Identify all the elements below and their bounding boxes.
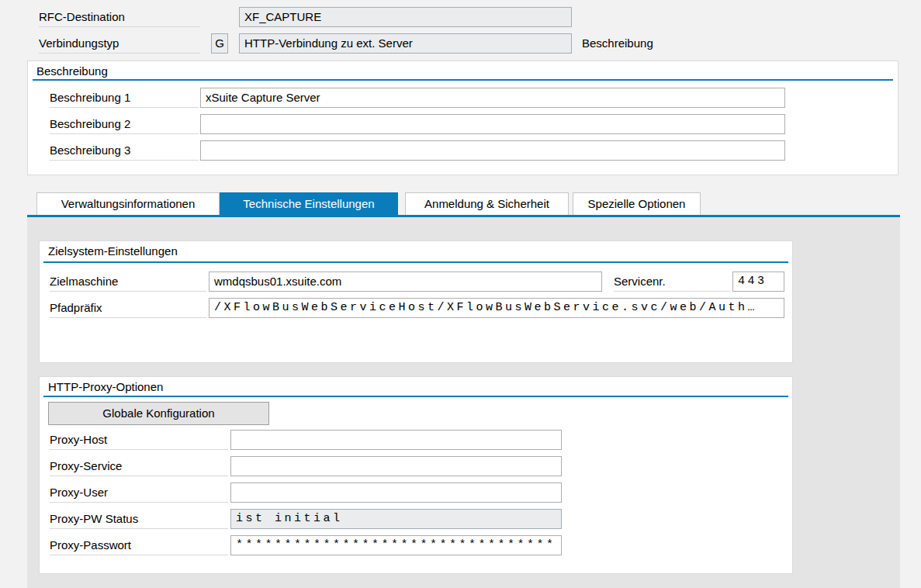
- proxy-host-label: Proxy-Host: [50, 430, 228, 450]
- target-settings-title: Zielsystem-Einstellungen: [48, 244, 178, 258]
- http-proxy-rule: [43, 396, 788, 397]
- connection-type-label: Verbindungstyp: [39, 33, 200, 54]
- description-3-label: Beschreibung 3: [50, 140, 199, 161]
- target-settings-group-box: Zielsystem-Einstellungen Zielmaschine wm…: [39, 240, 793, 363]
- proxy-host-field[interactable]: [230, 430, 562, 450]
- proxy-pw-status-field[interactable]: ist initial: [230, 509, 562, 529]
- connection-type-text-field[interactable]: HTTP-Verbindung zu ext. Server: [239, 33, 572, 54]
- description-group-box: Beschreibung Beschreibung 1 xSuite Captu…: [27, 61, 898, 175]
- tab-technische-einstellungen[interactable]: Technische Einstellungen: [220, 192, 398, 215]
- connection-type-code-field[interactable]: G: [211, 33, 228, 54]
- proxy-service-field[interactable]: [230, 456, 562, 476]
- target-host-label: Zielmaschine: [50, 272, 206, 292]
- rfc-destination-field[interactable]: XF_CAPTURE: [239, 7, 572, 27]
- proxy-user-label: Proxy-User: [50, 483, 228, 503]
- proxy-password-field[interactable]: *********************************: [230, 535, 562, 555]
- http-proxy-group-box: HTTP-Proxy-Optionen Globale Konfiguratio…: [39, 376, 793, 574]
- description-2-field[interactable]: [200, 114, 785, 134]
- global-configuration-button[interactable]: Globale Konfiguration: [48, 402, 269, 425]
- proxy-service-label: Proxy-Service: [50, 456, 228, 476]
- description-3-field[interactable]: [200, 140, 785, 161]
- proxy-pw-status-label: Proxy-PW Status: [50, 509, 228, 529]
- description-group-title: Beschreibung: [36, 64, 108, 78]
- tab-spezielle-optionen[interactable]: Spezielle Optionen: [573, 192, 701, 215]
- proxy-user-field[interactable]: [230, 483, 562, 503]
- service-number-label: Servicenr.: [614, 272, 730, 292]
- http-proxy-title: HTTP-Proxy-Optionen: [48, 380, 163, 394]
- description-1-label: Beschreibung 1: [50, 88, 199, 108]
- target-settings-rule: [43, 261, 788, 263]
- description-1-field[interactable]: xSuite Capture Server: [200, 88, 785, 108]
- description-2-label: Beschreibung 2: [50, 114, 199, 134]
- service-number-field[interactable]: 443: [732, 272, 784, 292]
- rfc-destination-label: RFC-Destination: [39, 7, 200, 27]
- target-host-field[interactable]: wmdqsbus01.xsuite.com: [209, 272, 602, 292]
- proxy-password-label: Proxy-Passwort: [50, 535, 228, 555]
- tab-anmeldung-sicherheit[interactable]: Anmeldung & Sicherheit: [405, 192, 569, 215]
- description-group-rule: [33, 79, 893, 81]
- path-prefix-label: Pfadpräfix: [50, 298, 206, 318]
- path-prefix-field[interactable]: /XFlowBusWebServiceHost/XFlowBusWebServi…: [209, 298, 784, 318]
- tab-verwaltungsinformationen[interactable]: Verwaltungsinformationen: [36, 192, 220, 215]
- description-caption: Beschreibung: [582, 33, 653, 54]
- sm59-destination-screen: RFC-Destination XF_CAPTURE Verbindungsty…: [0, 0, 921, 588]
